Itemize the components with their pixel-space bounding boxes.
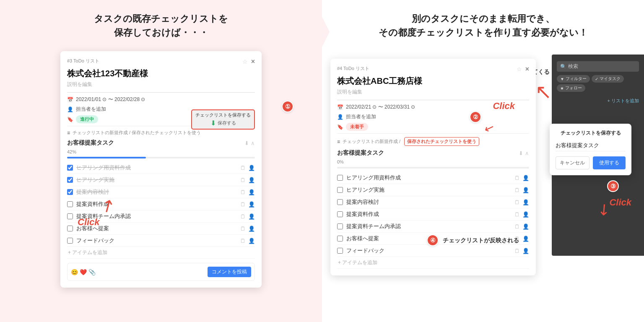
item-person-icon[interactable]: 👤 bbox=[522, 223, 529, 230]
left-modal-card: #3 ToDo リスト ☆ × 株式会社123不動産様 説明を編集 📅 2022… bbox=[60, 51, 262, 288]
item-calendar-icon[interactable]: 🗒 bbox=[240, 165, 246, 171]
add-list-btn[interactable]: + リストを追加 bbox=[557, 96, 639, 106]
item-person-icon[interactable]: 👤 bbox=[248, 226, 255, 232]
right-modal-header: #4 ToDo リスト ☆ × bbox=[337, 65, 529, 73]
left-star-icon[interactable]: ☆ bbox=[242, 58, 248, 65]
checklist-checkbox[interactable] bbox=[337, 248, 343, 254]
checklist-checkbox[interactable] bbox=[67, 177, 73, 183]
right-modal-title: 株式会社ABC工務店様 bbox=[337, 75, 529, 87]
item-person-icon[interactable]: 👤 bbox=[522, 236, 529, 242]
checklist-checkbox[interactable] bbox=[337, 187, 343, 193]
item-calendar-icon[interactable]: 🗒 bbox=[514, 199, 520, 205]
right-checklist-new: チェックリストの新規作成 / bbox=[343, 138, 400, 145]
item-calendar-icon[interactable]: 🗒 bbox=[240, 201, 246, 208]
calendar-icon: 📅 bbox=[67, 97, 73, 103]
checklist-checkbox[interactable] bbox=[337, 223, 343, 229]
left-status-badge[interactable]: 進行中 bbox=[76, 115, 98, 123]
right-checklist-title-bar: お客様提案タスク ⬇ ∧ bbox=[337, 149, 529, 157]
right-checklist-icons: ⬇ ∧ bbox=[519, 150, 529, 156]
checklist-item-label: ヒアリング用資料作成 bbox=[346, 174, 401, 182]
item-calendar-icon[interactable]: 🗒 bbox=[240, 226, 246, 232]
left-checklist-label[interactable]: チェックリストの新規作成 / 保存されたチェックリストを使う bbox=[73, 130, 201, 136]
right-checklist-section: ≡ チェックリストの新規作成 / 保存されたチェックリストを使う ② Click… bbox=[337, 133, 529, 269]
item-person-icon[interactable]: 👤 bbox=[248, 238, 255, 244]
item-calendar-icon[interactable]: 🗒 bbox=[240, 177, 246, 183]
right-modal-subtitle[interactable]: 説明を編集 bbox=[337, 88, 529, 96]
checklist-checkbox[interactable] bbox=[67, 165, 73, 171]
item-person-icon[interactable]: 👤 bbox=[248, 165, 255, 171]
checklist-checkbox[interactable] bbox=[337, 236, 343, 242]
step1-badge: ① bbox=[282, 101, 293, 112]
filter-bar: ▼ フィルター ✓ マイタスク ★ フォロー bbox=[557, 75, 639, 92]
person-icon: 👤 bbox=[67, 106, 73, 112]
left-modal-title: 株式会社123不動産様 bbox=[67, 68, 255, 79]
item-person-icon[interactable]: 👤 bbox=[522, 199, 529, 205]
step3-number: ③ bbox=[607, 180, 619, 192]
item-person-icon[interactable]: 👤 bbox=[522, 187, 529, 193]
checklist-checkbox[interactable] bbox=[337, 211, 343, 217]
left-modal-subtitle[interactable]: 説明を編集 bbox=[67, 81, 255, 88]
right-checklist-header: ≡ チェックリストの新規作成 / 保存されたチェックリストを使う bbox=[337, 137, 529, 146]
checklist-checkbox[interactable] bbox=[67, 238, 73, 244]
item-person-icon[interactable]: 👤 bbox=[248, 201, 255, 208]
comment-submit-btn[interactable]: コメントを投稿 bbox=[208, 267, 251, 277]
list-item: + アイテムを追加 bbox=[337, 257, 529, 269]
item-calendar-icon[interactable]: 🗒 bbox=[514, 223, 520, 230]
list-item: 提案資料チーム内承認 🗒 👤 bbox=[337, 221, 529, 233]
item-person-icon[interactable]: 👤 bbox=[522, 175, 529, 181]
item-person-icon[interactable]: 👤 bbox=[248, 177, 255, 183]
checklist-item-label: ヒアリング用資料作成 bbox=[76, 164, 131, 171]
add-item-label[interactable]: + アイテムを追加 bbox=[67, 249, 107, 256]
r-download-icon[interactable]: ⬇ bbox=[519, 150, 523, 156]
add-item-label[interactable]: + アイテムを追加 bbox=[337, 259, 377, 266]
checklist-checkbox[interactable] bbox=[67, 189, 73, 195]
checklist-checkbox[interactable] bbox=[67, 226, 73, 231]
item-person-icon[interactable]: 👤 bbox=[248, 213, 255, 220]
popup-cancel-btn[interactable]: キャンセル bbox=[556, 156, 589, 169]
download-icon2[interactable]: ⬇ bbox=[244, 140, 249, 146]
right-assignee-row[interactable]: 👤 担当者を追加 bbox=[337, 113, 529, 120]
list-item: + アイテムを追加 bbox=[67, 247, 255, 259]
checklist-item-label: 提案内容検討 bbox=[76, 188, 109, 196]
right-badge-row: 🔖 未着手 bbox=[337, 123, 529, 131]
item-calendar-icon[interactable]: 🗒 bbox=[514, 187, 520, 193]
item-calendar-icon[interactable]: 🗒 bbox=[514, 175, 520, 181]
search-icon: 🔍 bbox=[560, 64, 566, 70]
item-calendar-icon[interactable]: 🗒 bbox=[240, 189, 246, 195]
checklist-checkbox[interactable] bbox=[337, 199, 343, 205]
item-calendar-icon[interactable]: 🗒 bbox=[514, 211, 520, 218]
item-calendar-icon[interactable]: 🗒 bbox=[240, 213, 246, 220]
item-calendar-icon[interactable]: 🗒 bbox=[240, 238, 246, 244]
right-progress-bar bbox=[337, 167, 529, 169]
list-item: 提案内容検討 🗒 👤 bbox=[337, 196, 529, 208]
right-close-icon[interactable]: × bbox=[525, 65, 529, 73]
item-actions: 🗒 👤 bbox=[240, 165, 255, 171]
left-close-icon[interactable]: × bbox=[251, 58, 255, 65]
follow-chip[interactable]: ★ フォロー bbox=[557, 84, 585, 92]
mytask-chip[interactable]: ✓ マイタスク bbox=[592, 75, 624, 83]
item-person-icon[interactable]: 👤 bbox=[522, 248, 529, 254]
save-btn-area[interactable]: ⬇ 保存する bbox=[195, 119, 251, 127]
item-person-icon[interactable]: 👤 bbox=[522, 211, 529, 218]
left-progress-fill bbox=[67, 157, 146, 158]
popup-use-btn[interactable]: 使用する bbox=[593, 156, 626, 169]
list-item: 提案資料作成 🗒 👤 bbox=[337, 208, 529, 221]
left-checklist-header: ≡ チェックリストの新規作成 / 保存されたチェックリストを使う チェックリスト… bbox=[67, 130, 255, 136]
r-chevron-icon[interactable]: ∧ bbox=[525, 150, 529, 156]
list-item: ヒアリング実施 🗒 👤 bbox=[67, 174, 255, 186]
checklist-checkbox[interactable] bbox=[67, 213, 73, 219]
right-modal-card: #4 ToDo リスト ☆ × 株式会社ABC工務店様 説明を編集 📅 2022… bbox=[330, 59, 536, 275]
right-star-icon[interactable]: ☆ bbox=[517, 66, 522, 73]
search-bar[interactable]: 🔍 検索 bbox=[557, 61, 639, 72]
popup-checklist-name: お客様提案タスク bbox=[556, 140, 626, 151]
item-calendar-icon[interactable]: 🗒 bbox=[514, 248, 520, 254]
chevron-up-icon[interactable]: ∧ bbox=[251, 140, 255, 146]
item-actions: 🗒 👤 bbox=[514, 199, 529, 205]
right-checklist-saved-link[interactable]: 保存されたチェックリストを使う bbox=[404, 137, 479, 146]
right-status-badge[interactable]: 未着手 bbox=[346, 123, 368, 131]
checklist-checkbox[interactable] bbox=[337, 175, 343, 181]
filter-chip[interactable]: ▼ フィルター bbox=[557, 75, 590, 83]
item-person-icon[interactable]: 👤 bbox=[248, 189, 255, 195]
checklist-checkbox[interactable] bbox=[67, 201, 73, 207]
right-checklist-name: お客様提案タスク bbox=[337, 149, 384, 157]
